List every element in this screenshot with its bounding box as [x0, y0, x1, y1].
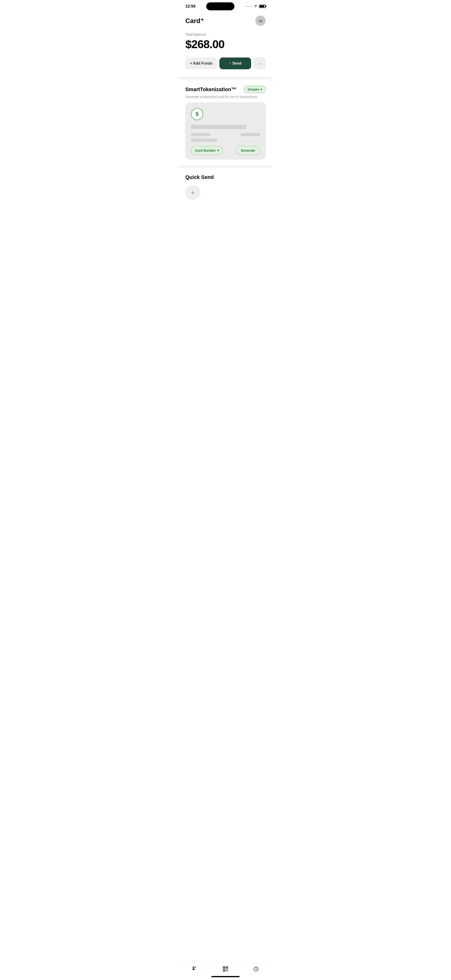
nav-item-home[interactable]: [192, 966, 198, 974]
simpler-badge-button[interactable]: Simpler ▾: [244, 86, 266, 93]
svg-rect-0: [193, 968, 194, 970]
send-button[interactable]: ↑ Send: [219, 57, 251, 69]
dollar-icon: $: [196, 111, 199, 117]
balance-amount: $268.00: [185, 38, 266, 51]
more-button[interactable]: ···: [253, 57, 266, 70]
add-icon: +: [191, 189, 195, 196]
signal-icon: [245, 6, 252, 7]
home-icon: [192, 966, 198, 974]
card-number-skeleton: [191, 125, 246, 129]
svg-rect-12: [227, 970, 228, 971]
history-icon: [253, 966, 259, 974]
send-label: Send: [232, 61, 241, 65]
card-name-skeleton: [191, 138, 217, 142]
card-number-label: Card Number: [195, 149, 216, 153]
svg-rect-4: [224, 967, 225, 968]
generate-button[interactable]: Generate: [236, 146, 260, 155]
card-number-chevron-icon: ▾: [217, 149, 219, 153]
app-header: Card⁺ JS: [180, 12, 271, 30]
card-logo-circle: $: [191, 108, 203, 120]
svg-rect-6: [226, 967, 227, 968]
status-time: 12:56: [185, 4, 196, 9]
card-actions: Card Number ▾ Generate: [191, 146, 260, 155]
svg-rect-2: [195, 967, 196, 967]
app-title: Card⁺: [185, 17, 204, 25]
chevron-down-icon: ▾: [260, 88, 262, 91]
card-expiry-skeleton: [191, 133, 210, 136]
quick-send-title: Quick Send: [185, 174, 266, 180]
qr-code-icon: [222, 966, 229, 974]
section-divider-2: [180, 165, 271, 168]
tokenization-description: Generate a tokenized card for use in tra…: [185, 95, 266, 99]
svg-rect-10: [227, 969, 228, 970]
svg-rect-9: [226, 969, 227, 970]
bottom-nav: [180, 963, 271, 980]
status-bar: 12:56: [180, 0, 271, 12]
tokenization-header: SmartTokenization™ Simpler ▾: [185, 86, 266, 93]
tokenization-title: SmartTokenization™: [185, 86, 236, 92]
tokenization-section: SmartTokenization™ Simpler ▾ Generate a …: [180, 80, 271, 165]
nav-item-qr[interactable]: [222, 966, 229, 974]
wifi-icon: [253, 4, 258, 8]
avatar[interactable]: JS: [255, 16, 266, 26]
nav-item-history[interactable]: [253, 966, 259, 974]
balance-label: Total balance: [185, 32, 266, 37]
svg-rect-11: [226, 970, 227, 971]
quick-send-section: Quick Send +: [180, 168, 271, 205]
add-funds-button[interactable]: + Add Funds: [185, 57, 217, 69]
card-preview: $ Card Number ▾ Generate: [185, 102, 266, 160]
balance-section: Total balance $268.00: [180, 30, 271, 57]
card-number-button[interactable]: Card Number ▾: [191, 146, 223, 155]
card-details-row: [191, 133, 260, 136]
dynamic-island: [206, 2, 234, 10]
svg-rect-1: [193, 967, 194, 968]
section-divider: [180, 77, 271, 80]
add-recipient-button[interactable]: +: [185, 185, 200, 200]
simpler-label: Simpler: [248, 88, 260, 91]
svg-rect-8: [224, 970, 225, 971]
action-buttons: + Add Funds ↑ Send ···: [180, 57, 271, 77]
battery-icon: [259, 5, 266, 8]
status-icons: [245, 4, 266, 8]
card-cvv-skeleton: [241, 133, 260, 136]
send-arrow-icon: ↑: [229, 61, 231, 65]
